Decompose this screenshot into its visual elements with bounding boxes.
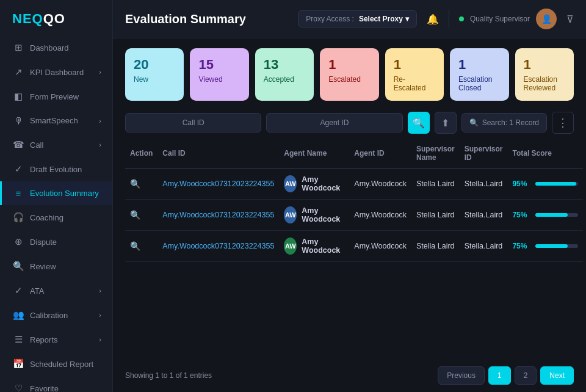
sidebar-item-label: Review: [30, 262, 56, 271]
card-label-new: New: [134, 75, 175, 84]
sidebar-item-coaching[interactable]: 🎧 Coaching: [0, 205, 112, 230]
search-action-icon[interactable]: 🔍: [130, 210, 140, 220]
sidebar-item-smartspeech[interactable]: 🎙 SmartSpeech ›: [0, 109, 112, 132]
sidebar-item-call[interactable]: ☎ Call ›: [0, 132, 112, 157]
export-button[interactable]: ⬆: [435, 112, 457, 134]
sidebar-nav: ⊞ Dashboard ↗ KPI Dashboard › ◧ Form Pre…: [0, 35, 112, 392]
agent-id-cell-0: Amy.Woodcock: [349, 169, 411, 200]
sidebar-item-label: Reports: [30, 335, 58, 344]
supervisor-name-cell-2: Stella Laird: [411, 231, 460, 262]
card-label-re-escalated: Re-Escalated: [394, 75, 435, 92]
table-row: 🔍Amy.Woodcock07312023224355AWAmy Woodcoc…: [125, 231, 583, 262]
sidebar-item-dashboard[interactable]: ⊞ Dashboard: [0, 35, 112, 60]
previous-button[interactable]: Previous: [438, 366, 485, 385]
search-box[interactable]: 🔍 Search: 1 Record: [461, 113, 547, 132]
filter-icon[interactable]: ⊽: [566, 13, 574, 25]
search-action-icon[interactable]: 🔍: [130, 179, 140, 189]
card-escalation-closed[interactable]: 1 Escalation Closed: [450, 48, 508, 101]
kpi-dashboard-icon: ↗: [13, 67, 24, 78]
sidebar-item-label: Calibration: [30, 311, 68, 320]
card-escalation-reviewed[interactable]: 1 Escalation Reviewed: [515, 48, 574, 101]
sidebar-item-kpi-dashboard[interactable]: ↗ KPI Dashboard ›: [0, 60, 112, 84]
card-num-escalation-closed: 1: [458, 57, 500, 73]
sidebar-item-draft-evolution[interactable]: ✓ Draft Evolution: [0, 157, 112, 181]
page-title: Evaluation Summary: [125, 12, 246, 26]
call-id-cell-2[interactable]: Amy.Woodcock07312023224355: [157, 231, 279, 262]
call-id-link[interactable]: Amy.Woodcock07312023224355: [162, 242, 274, 250]
supervisor-id-cell-2: Stella.Laird: [460, 231, 508, 262]
sidebar-item-form-preview[interactable]: ◧ Form Preview: [0, 84, 112, 109]
action-cell-0[interactable]: 🔍: [125, 169, 157, 200]
call-id-cell-0[interactable]: Amy.Woodcock07312023224355: [157, 169, 279, 200]
main-content: Evaluation Summary Proxy Access : Select…: [113, 0, 586, 392]
sidebar-item-evolution-summary[interactable]: ≡ Evolution Summary: [0, 181, 112, 205]
call-icon: ☎: [13, 139, 24, 150]
chevron-icon: ›: [99, 287, 101, 294]
supervisor-name-cell-0: Stella Laird: [411, 169, 460, 200]
card-label-escalated: Escalated: [328, 75, 370, 84]
score-bar-fill: [535, 182, 576, 186]
agent-id-input[interactable]: Agent ID: [266, 113, 402, 132]
user-status-dot: [459, 16, 464, 21]
card-re-escalated[interactable]: 1 Re-Escalated: [385, 48, 444, 101]
sidebar-item-label: Form Preview: [30, 92, 79, 101]
sidebar-item-review[interactable]: 🔍 Review: [0, 254, 112, 278]
col-call-id: Call ID: [157, 139, 279, 169]
proxy-access-control[interactable]: Proxy Access : Select Proxy ▾: [298, 10, 417, 27]
card-viewed[interactable]: 15 Viewed: [190, 48, 248, 101]
review-icon: 🔍: [13, 261, 24, 272]
card-num-accepted: 13: [264, 57, 305, 73]
user-info: Quality Supervisor 👤: [459, 9, 557, 29]
call-id-cell-1[interactable]: Amy.Woodcock07312023224355: [157, 200, 279, 231]
more-options-button[interactable]: ⋮: [552, 112, 574, 134]
card-num-new: 20: [134, 57, 175, 73]
search-action-icon[interactable]: 🔍: [130, 241, 140, 251]
agent-name-cell-2: AWAmy Woodcock: [279, 231, 349, 262]
page-btn-1[interactable]: 1: [488, 366, 511, 385]
action-cell-2[interactable]: 🔍: [125, 231, 157, 262]
call-id-link[interactable]: Amy.Woodcock07312023224355: [162, 180, 274, 188]
evolution-summary-icon: ≡: [13, 188, 24, 198]
sidebar-item-calibration[interactable]: 👥 Calibration ›: [0, 303, 112, 327]
card-new[interactable]: 20 New: [125, 48, 184, 101]
sidebar-item-favorite[interactable]: ♡ Favorite: [0, 376, 112, 392]
header-icons: 🔔: [427, 13, 439, 25]
agent-name: Amy Woodcock: [302, 175, 344, 192]
chevron-icon: ›: [99, 117, 101, 125]
summary-cards: 20 New 15 Viewed 13 Accepted 1 Escalated…: [113, 38, 586, 107]
pagination-bar: Showing 1 to 1 of 1 entries Previous12Ne…: [113, 359, 586, 392]
pagination-controls: Previous12Next: [438, 366, 574, 385]
sidebar-item-ata[interactable]: ✓ ATA ›: [0, 278, 112, 303]
card-accepted[interactable]: 13 Accepted: [255, 48, 314, 101]
pagination-info: Showing 1 to 1 of 1 entries: [125, 371, 212, 380]
sidebar-item-label: Dashboard: [30, 43, 69, 53]
scheduled-report-icon: 📅: [13, 358, 24, 369]
score-cell-1: 75%: [507, 200, 583, 231]
sidebar-item-reports[interactable]: ☰ Reports ›: [0, 327, 112, 352]
coaching-icon: 🎧: [13, 212, 24, 223]
header: Evaluation Summary Proxy Access : Select…: [113, 0, 586, 38]
agent-name: Amy Woodcock: [302, 206, 344, 223]
score-bar-fill: [535, 213, 568, 217]
card-escalated[interactable]: 1 Escalated: [320, 48, 378, 101]
table-row: 🔍Amy.Woodcock07312023224355AWAmy Woodcoc…: [125, 200, 583, 231]
card-label-viewed: Viewed: [198, 75, 240, 84]
sidebar-item-label: Dispute: [30, 238, 57, 247]
sidebar-item-dispute[interactable]: ⊕ Dispute: [0, 230, 112, 254]
page-btn-2[interactable]: 2: [515, 366, 537, 385]
search-text: Search: 1 Record: [482, 118, 539, 127]
bell-icon[interactable]: 🔔: [427, 13, 439, 25]
call-id-link[interactable]: Amy.Woodcock07312023224355: [162, 211, 274, 219]
call-id-input[interactable]: Call ID: [125, 113, 261, 132]
search-button[interactable]: 🔍: [408, 112, 430, 134]
sidebar-item-scheduled-report[interactable]: 📅 Scheduled Report: [0, 352, 112, 376]
proxy-select[interactable]: Select Proxy ▾: [359, 15, 409, 23]
score-text: 95%: [512, 180, 530, 188]
sidebar-item-label: Draft Evolution: [30, 165, 82, 174]
col-supervisor-id: Supervisor ID: [460, 139, 508, 169]
next-button[interactable]: Next: [540, 366, 574, 385]
agent-name: Amy Woodcock: [302, 238, 344, 255]
form-preview-icon: ◧: [13, 91, 24, 102]
score-text: 75%: [512, 242, 530, 250]
action-cell-1[interactable]: 🔍: [125, 200, 157, 231]
